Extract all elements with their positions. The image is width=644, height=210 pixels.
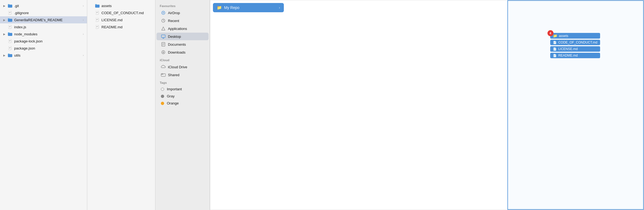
tag-label-gray: Gray <box>167 94 174 98</box>
file-icon <box>8 24 13 29</box>
tags-section-label: Tags <box>155 79 210 85</box>
file-name-label: .git <box>14 4 83 8</box>
airdrop-icon <box>161 10 166 15</box>
drag-file-icon-1: 📄 <box>553 41 557 44</box>
chevron-right-icon: › <box>279 6 280 9</box>
file-name-label: Gener8aREADME's_README <box>14 18 83 22</box>
sidebar-dropdown: FavouritesAirDropRecentApplicationsDeskt… <box>155 0 210 210</box>
svg-rect-48 <box>161 35 165 38</box>
right-chevron-icon: › <box>83 33 84 36</box>
my-repo-label: My Repo <box>224 5 239 10</box>
drag-license-label: LICENSE.md <box>558 47 578 51</box>
tag-dot-gray <box>161 95 164 98</box>
left-panel-item-package-lock-json[interactable]: package-lock.json <box>0 38 87 45</box>
desktop-icon <box>161 34 166 39</box>
folder-icon <box>95 3 100 8</box>
middle-panel-item-LICENSE-md[interactable]: LICENSE.md <box>87 16 155 23</box>
middle-panel-item-README-md[interactable]: README.md <box>87 23 155 30</box>
drag-badge: 4 <box>547 30 553 36</box>
sidebar-item-documents[interactable]: Documents <box>157 41 209 48</box>
file-name-label: assets <box>101 4 152 8</box>
sidebar-item-label-shared: Shared <box>168 73 179 77</box>
file-name-label: package.json <box>14 46 84 50</box>
file-name-label: node_modules <box>14 32 83 36</box>
left-panel-item-utils[interactable]: ▶utils› <box>0 52 87 59</box>
svg-marker-47 <box>162 27 165 30</box>
drag-file-icon-3: 📄 <box>553 54 557 57</box>
file-name-label: README.md <box>101 25 152 29</box>
drag-overlay: 4 📁 assets 📄 CODE_OF_CONDUCT.md 📄 LICENS… <box>550 33 600 58</box>
rocket-icon <box>161 26 166 31</box>
drag-file-icon-2: 📄 <box>553 47 557 51</box>
sidebar-item-label-airdrop: AirDrop <box>168 11 180 15</box>
file-icon <box>95 10 100 15</box>
svg-rect-27 <box>8 54 10 54</box>
left-panel-item-package-json[interactable]: package.json <box>0 45 87 52</box>
svg-rect-29 <box>95 4 97 5</box>
left-panel-item--git[interactable]: ▶.git› <box>0 2 87 9</box>
drag-readme-label: README.md <box>558 54 578 57</box>
svg-rect-9 <box>8 18 10 19</box>
file-name-label: LICENSE.md <box>101 18 152 22</box>
clock-icon <box>161 18 166 23</box>
right-chevron-icon: › <box>83 18 84 21</box>
main-content-area: 📁 My Repo › 4 📁 assets 📄 CODE_OF_CONDUCT… <box>210 0 644 210</box>
file-name-label: package-lock.json <box>14 39 84 43</box>
sidebar-tag-gray[interactable]: Gray <box>157 93 209 100</box>
folder-icon: 📁 <box>217 5 222 10</box>
folder-icon <box>8 17 13 22</box>
drag-assets-folder: 📁 assets <box>550 33 600 39</box>
left-panel-item-index-js[interactable]: index.js <box>0 23 87 30</box>
svg-rect-28 <box>95 5 100 8</box>
sidebar-item-shared[interactable]: Shared <box>157 71 209 79</box>
right-chevron-icon: › <box>83 4 84 7</box>
drag-readme: 📄 README.md <box>550 53 600 58</box>
sidebar-item-airdrop[interactable]: AirDrop <box>157 9 209 17</box>
sidebar-item-label-desktop: Desktop <box>168 35 181 39</box>
file-icon <box>8 46 13 51</box>
right-chevron-icon: › <box>83 54 84 57</box>
sidebar-item-downloads[interactable]: Downloads <box>157 48 209 56</box>
file-name-label: CODE_OF_CONDUCT.md <box>101 11 152 15</box>
sidebar-item-recent[interactable]: Recent <box>157 17 209 24</box>
drag-folder-icon: 📁 <box>553 34 557 38</box>
svg-point-43 <box>163 13 164 14</box>
middle-file-panel: assetsCODE_OF_CONDUCT.mdLICENSE.mdREADME… <box>87 0 155 210</box>
middle-panel-item-CODE-OF-CONDUCT-md[interactable]: CODE_OF_CONDUCT.md <box>87 9 155 16</box>
folder-icon <box>8 3 13 8</box>
middle-panel-item-assets[interactable]: assets <box>87 2 155 9</box>
download-icon <box>161 50 166 55</box>
sidebar-item-label-recent: Recent <box>168 19 179 23</box>
doc-icon <box>161 42 166 47</box>
tag-dot-orange <box>161 102 164 105</box>
drag-license: 📄 LICENSE.md <box>550 46 600 52</box>
file-name-label: .gitignore <box>14 11 84 15</box>
drag-code-of-conduct-label: CODE_OF_CONDUCT.md <box>558 41 597 44</box>
sidebar-tag-orange[interactable]: Orange <box>157 100 209 107</box>
sidebar-item-icloud-drive[interactable]: iCloud Drive <box>157 63 209 71</box>
file-name-label: index.js <box>14 25 84 29</box>
icloud-section-label: iCloud <box>155 56 210 63</box>
left-panel-item-Gener8aREADME-s-README[interactable]: ▶Gener8aREADME's_README› <box>0 16 87 23</box>
svg-rect-2 <box>8 4 10 5</box>
sidebar-item-desktop[interactable]: Desktop <box>157 33 209 40</box>
file-icon <box>95 17 100 22</box>
file-icon <box>8 39 13 44</box>
file-icon <box>8 10 13 15</box>
my-repo-header[interactable]: 📁 My Repo › <box>213 3 284 12</box>
left-panel-item-node-modules[interactable]: ▶node_modules› <box>0 30 87 38</box>
left-panel-item--gitignore[interactable]: .gitignore <box>0 9 87 16</box>
favourites-section-label: Favourites <box>155 2 210 9</box>
sidebar-item-label-documents: Documents <box>168 42 186 47</box>
file-icon <box>95 24 100 29</box>
left-file-panel: ▶.git›.gitignore▶Gener8aREADME's_README›… <box>0 0 87 210</box>
folder-icon <box>8 53 13 58</box>
left-chevron-icon: ▶ <box>3 54 7 57</box>
tag-dot-important <box>161 88 164 91</box>
drop-target-highlight <box>507 0 644 210</box>
left-chevron-icon: ▶ <box>3 4 7 7</box>
sidebar-item-label-applications: Applications <box>168 27 187 31</box>
sidebar-item-label-icloud-drive: iCloud Drive <box>168 65 187 69</box>
sidebar-tag-important[interactable]: Important <box>157 86 209 92</box>
sidebar-item-applications[interactable]: Applications <box>157 25 209 32</box>
